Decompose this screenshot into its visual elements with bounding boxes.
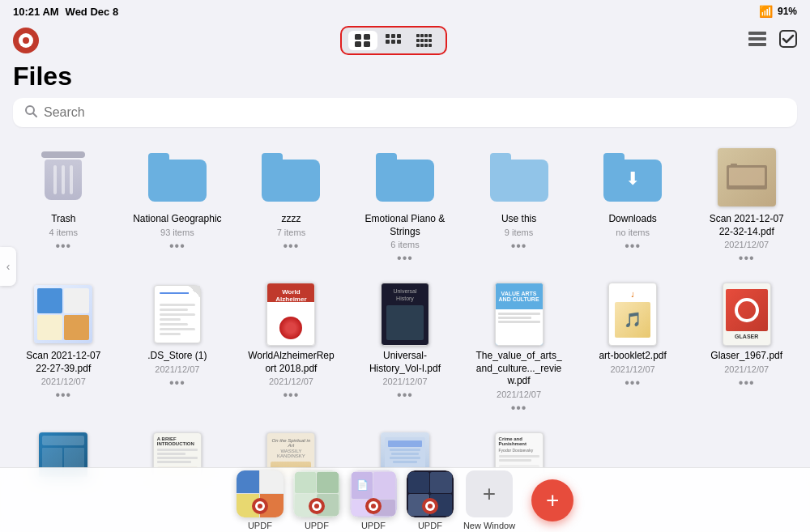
file-item-scan-desk[interactable]: Scan 2021-12-07 22-32-14.pdf 2021/12/07 …: [689, 137, 804, 274]
file-item-art-booklet[interactable]: ♩ 🎵 art-booklet2.pdf 2021/12/07 •••: [576, 274, 690, 423]
view-toggle-medium[interactable]: [379, 31, 408, 50]
list-view-icon[interactable]: [748, 31, 766, 51]
file-more-btn[interactable]: •••: [55, 239, 71, 253]
file-item-scan-screenshot[interactable]: Scan 2021-12-07 22-27-39.pdf 2021/12/07 …: [6, 274, 121, 423]
svg-rect-14: [416, 39, 420, 42]
dock-thumb-2: [293, 470, 340, 517]
status-time: 10:21 AM Wed Dec 8: [13, 6, 118, 18]
file-name: Universal-History_Vol-I.pdf: [360, 350, 450, 375]
svg-rect-21: [428, 44, 432, 47]
folder-thumb: [262, 148, 320, 206]
file-meta: 2021/12/07: [382, 377, 427, 386]
dock-item-updf-1[interactable]: UPDF: [237, 470, 284, 530]
pdf-universal-icon: Universal History: [381, 283, 429, 346]
dock-logo-1: [252, 498, 268, 514]
file-name: zzzz: [281, 213, 301, 226]
dock-thumb-4: [407, 470, 454, 517]
dock-thumb-3: 📄: [350, 470, 397, 517]
file-item-national-geographic[interactable]: National Geographic 93 items •••: [121, 137, 235, 274]
file-name: Downloads: [608, 213, 656, 226]
file-meta: 6 items: [390, 240, 419, 249]
file-more-btn[interactable]: •••: [284, 239, 300, 253]
file-item-emotional-piano[interactable]: Emotional Piano & Strings 6 items •••: [348, 137, 463, 274]
file-more-btn[interactable]: •••: [739, 376, 755, 390]
battery-display: 91%: [778, 6, 797, 17]
file-more-btn[interactable]: •••: [625, 376, 641, 390]
pdf-thumb-worldalz: World Alzheimer Report: [262, 285, 320, 343]
pdf-thumb-glaser: GLASER: [718, 285, 776, 343]
doc-thumb: [148, 285, 207, 343]
pdf-thumb-arts: VALUE ARTS AND CULTURE: [490, 285, 548, 343]
file-more-btn[interactable]: •••: [397, 388, 413, 402]
dock-label-1: UPDF: [248, 521, 272, 530]
search-input[interactable]: [44, 105, 786, 120]
view-toggle-large[interactable]: [348, 31, 377, 50]
file-meta: 4 items: [49, 228, 78, 237]
file-more-btn[interactable]: •••: [625, 239, 641, 253]
pdf-thumb-art-booklet: ♩ 🎵: [603, 285, 662, 343]
file-item-arts-culture[interactable]: VALUE ARTS AND CULTURE The_value_of_arts…: [462, 274, 576, 423]
view-toggle-small[interactable]: [410, 31, 439, 50]
svg-rect-10: [416, 34, 420, 37]
file-meta: 2021/12/07: [41, 377, 86, 386]
svg-rect-1: [364, 34, 370, 40]
file-item-zzzz[interactable]: zzzz 7 items •••: [234, 137, 348, 274]
checkmark-icon[interactable]: [779, 30, 797, 52]
dock-item-updf-3[interactable]: 📄 UPDF: [350, 470, 397, 530]
svg-rect-2: [355, 41, 361, 47]
svg-rect-18: [416, 44, 420, 47]
svg-rect-17: [428, 39, 432, 42]
pdf-artbooklet-icon: ♩ 🎵: [608, 283, 657, 346]
dock-thumb-1: [237, 470, 284, 517]
file-meta: 9 items: [505, 228, 533, 237]
logo-dot: [23, 37, 29, 44]
status-indicators: 📶 91%: [759, 5, 797, 18]
desk-image: [718, 148, 776, 206]
file-item-dsstore[interactable]: .DS_Store (1) 2021/12/07 •••: [121, 274, 235, 423]
file-more-btn[interactable]: •••: [169, 239, 185, 253]
fab-plus-icon: +: [546, 487, 559, 513]
header-actions: [748, 30, 797, 52]
view-toggle: [340, 26, 447, 55]
file-more-btn[interactable]: •••: [169, 376, 185, 390]
file-item-universal-history[interactable]: Universal History Universal-History_Vol-…: [348, 274, 463, 423]
svg-rect-7: [386, 40, 390, 44]
fab-add-button[interactable]: +: [531, 479, 573, 521]
file-item-trash[interactable]: Trash 4 items •••: [6, 137, 121, 274]
svg-line-27: [33, 113, 36, 117]
file-name: art-booklet2.pdf: [599, 350, 666, 363]
trash-icon: [41, 151, 85, 203]
svg-rect-16: [424, 39, 428, 42]
bottom-dock: UPDF UPDF 📄: [0, 467, 810, 532]
dock-item-new-window[interactable]: + New Window: [463, 470, 515, 530]
file-item-glaser[interactable]: GLASER Glaser_1967.pdf 2021/12/07 •••: [689, 274, 804, 423]
file-name: Trash: [51, 213, 75, 226]
file-item-downloads[interactable]: ⬇ Downloads no items •••: [576, 137, 690, 274]
svg-rect-0: [355, 34, 361, 40]
file-meta: 2021/12/07: [155, 364, 199, 374]
file-name: The_value_of_arts_and_culture..._review.…: [475, 350, 564, 388]
file-item-use-this[interactable]: Use this 9 items •••: [462, 137, 576, 274]
header: [0, 23, 810, 60]
folder-icon: [376, 153, 434, 202]
dock-item-updf-2[interactable]: UPDF: [293, 470, 340, 530]
file-more-btn[interactable]: •••: [397, 251, 413, 266]
trash-thumb: [34, 148, 92, 206]
file-more-btn[interactable]: •••: [739, 251, 755, 266]
file-more-btn[interactable]: •••: [284, 388, 300, 402]
file-more-btn[interactable]: •••: [55, 388, 71, 402]
folder-thumb: [490, 148, 548, 206]
pdf-arts-icon: VALUE ARTS AND CULTURE: [495, 283, 544, 346]
screenshot-grid: [34, 285, 92, 343]
grid-medium-icon: [385, 33, 403, 48]
file-more-btn[interactable]: •••: [511, 239, 527, 253]
file-name: Emotional Piano & Strings: [360, 213, 450, 238]
dock-item-updf-4[interactable]: UPDF: [407, 470, 454, 530]
folder-thumb: [376, 148, 434, 206]
app-logo[interactable]: [13, 28, 39, 53]
search-bar[interactable]: [13, 98, 797, 127]
file-meta: no items: [616, 228, 650, 237]
file-item-world-alz[interactable]: World Alzheimer Report WorldAlzheimerRep…: [234, 274, 348, 423]
grid-large-icon: [354, 33, 372, 48]
file-more-btn[interactable]: •••: [511, 401, 527, 415]
